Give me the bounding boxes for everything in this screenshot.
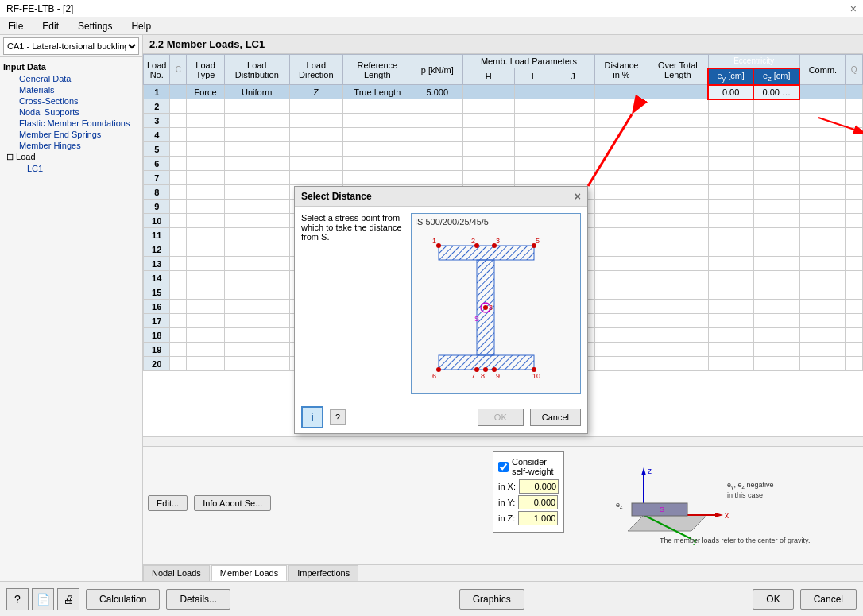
svg-rect-19 — [439, 246, 534, 260]
cell-row-8: 8 — [144, 185, 170, 200]
sidebar-item-materials[interactable]: Materials — [3, 84, 139, 95]
cell-ez-1[interactable]: 0.00 … — [753, 85, 799, 99]
weight-z-input[interactable] — [518, 511, 558, 525]
cancel-button[interactable]: Cancel — [800, 589, 857, 610]
col-header-h: H — [462, 68, 514, 85]
footer-icon-2[interactable]: 📄 — [32, 588, 54, 610]
cell-q-1 — [846, 85, 863, 99]
table-row[interactable]: 7 — [144, 171, 863, 185]
footer-icon-1[interactable]: ? — [6, 588, 29, 610]
self-weight-checkbox[interactable] — [498, 462, 509, 472]
col-header-i: I — [514, 68, 551, 85]
edit-button[interactable]: Edit... — [148, 495, 188, 511]
table-row[interactable]: 5 — [144, 142, 863, 157]
menu-settings[interactable]: Settings — [73, 19, 117, 33]
sidebar-item-nodal-supports[interactable]: Nodal Supports — [3, 107, 139, 118]
col-header-comment: Comm. — [799, 55, 846, 85]
cell-dist-1[interactable]: Uniform — [224, 85, 289, 99]
table-row[interactable]: 6 — [144, 157, 863, 171]
sidebar-item-member-hinges[interactable]: Member Hinges — [3, 140, 139, 151]
sidebar-item-cross-sections[interactable]: Cross-Sections — [3, 95, 139, 107]
table-row[interactable]: 4 — [144, 128, 863, 142]
weight-y-input[interactable] — [518, 495, 558, 509]
graphics-button[interactable]: Graphics — [459, 589, 524, 610]
tab-imperfections[interactable]: Imperfections — [288, 565, 358, 581]
cell-row-4: 4 — [144, 128, 170, 142]
cell-type-1[interactable]: Force — [187, 85, 225, 99]
svg-text:10: 10 — [532, 372, 540, 380]
tab-member-loads[interactable]: Member Loads — [211, 565, 287, 581]
svg-marker-2 — [628, 515, 707, 531]
bottom-controls-row: Edit... Info About Se... Considerself-we… — [148, 451, 858, 555]
col-header-load-no: LoadNo. — [144, 55, 170, 85]
svg-marker-7 — [715, 513, 723, 517]
cell-dist-pct-1 — [595, 85, 648, 99]
in-z-label: in Z: — [498, 513, 515, 523]
col-header-load-type: LoadType — [187, 55, 225, 85]
in-y-label: in Y: — [498, 498, 515, 507]
dialog-cancel-button[interactable]: Cancel — [530, 409, 581, 426]
ok-button[interactable]: OK — [753, 589, 793, 610]
svg-text:S: S — [660, 506, 664, 513]
dialog-close-button[interactable]: × — [575, 190, 581, 203]
select-distance-dialog[interactable]: Select Distance × Select a stress point … — [294, 186, 588, 434]
title-bar: RF-FE-LTB - [2] × — [0, 0, 863, 17]
sidebar-item-lc1[interactable]: LC1 — [3, 163, 139, 174]
cell-row-5: 5 — [144, 142, 170, 157]
info-about-button[interactable]: Info About Se... — [194, 495, 271, 511]
col-header-ey: ey [cm] — [708, 68, 753, 85]
tree-content: Input Data General Data Materials Cross-… — [0, 57, 142, 581]
case-dropdown-bar[interactable]: CA1 - Lateral-torsional buckling — [0, 35, 142, 57]
sidebar-item-general-data[interactable]: General Data — [3, 73, 139, 84]
cell-dir-1[interactable]: Z — [289, 85, 342, 99]
tab-bar: Nodal Loads Member Loads Imperfections — [143, 564, 863, 581]
self-weight-label: Considerself-weight — [512, 457, 554, 476]
dialog-ok-button[interactable]: OK — [478, 409, 524, 426]
ibeam-svg: 1 2 3 5 3 S — [415, 230, 558, 389]
table-row[interactable]: 3 — [144, 114, 863, 128]
table-row[interactable]: 1 Force Uniform Z True Length 5.000 0.00 — [144, 85, 863, 99]
cell-row-14: 14 — [144, 271, 170, 285]
svg-point-34 — [436, 367, 441, 372]
col-header-ez: ez [cm] — [753, 68, 799, 85]
col-header-ref-length: ReferenceLength — [342, 55, 412, 85]
cell-row-20: 20 — [144, 357, 170, 371]
bottom-area: Edit... Info About Se... Considerself-we… — [143, 446, 863, 564]
svg-text:ez: ez — [616, 501, 623, 509]
cell-p-1[interactable]: 5.000 — [412, 85, 462, 99]
tab-nodal-loads[interactable]: Nodal Loads — [143, 565, 210, 581]
col-header-load-dir: LoadDirection — [289, 55, 342, 85]
cell-row-17: 17 — [144, 314, 170, 328]
calculation-button[interactable]: Calculation — [86, 589, 160, 610]
close-icon[interactable]: × — [850, 2, 857, 15]
help-question-button[interactable]: ? — [330, 409, 346, 425]
info-button[interactable]: i — [301, 406, 323, 428]
sidebar-item-member-end-springs[interactable]: Member End Springs — [3, 129, 139, 140]
menu-edit[interactable]: Edit — [37, 19, 64, 33]
col-header-load-dist: LoadDistribution — [224, 55, 289, 85]
cell-row-3: 3 — [144, 114, 170, 128]
details-button[interactable]: Details... — [166, 589, 230, 610]
footer-icon-3[interactable]: 🖨 — [57, 588, 79, 610]
cell-row-12: 12 — [144, 242, 170, 257]
weight-x-input[interactable] — [519, 479, 559, 494]
dialog-title-bar: Select Distance × — [295, 187, 587, 207]
sidebar-item-load[interactable]: ⊟ Load — [3, 151, 139, 163]
table-row[interactable]: 2 — [144, 99, 863, 114]
sidebar-item-elastic-member-foundations[interactable]: Elastic Member Foundations — [3, 118, 139, 129]
cell-ey-1[interactable]: 0.00 — [708, 85, 753, 99]
dialog-footer-right: OK Cancel — [478, 409, 581, 426]
svg-point-22 — [436, 243, 441, 248]
collapse-icon: ⊟ — [6, 152, 14, 161]
menu-help[interactable]: Help — [126, 19, 156, 33]
col-header-p: p [kN/m] — [412, 55, 462, 85]
window-title: RF-FE-LTB - [2] — [6, 3, 73, 14]
cell-comment-1 — [799, 85, 846, 99]
cell-ref-1[interactable]: True Length — [342, 85, 412, 99]
case-dropdown[interactable]: CA1 - Lateral-torsional buckling — [3, 37, 139, 55]
coordinate-svg: z x y — [580, 451, 858, 555]
menu-file[interactable]: File — [3, 19, 28, 33]
weight-z-row: in Z: — [498, 511, 559, 525]
weight-y-row: in Y: — [498, 495, 559, 509]
horizontal-scrollbar[interactable] — [143, 436, 863, 446]
